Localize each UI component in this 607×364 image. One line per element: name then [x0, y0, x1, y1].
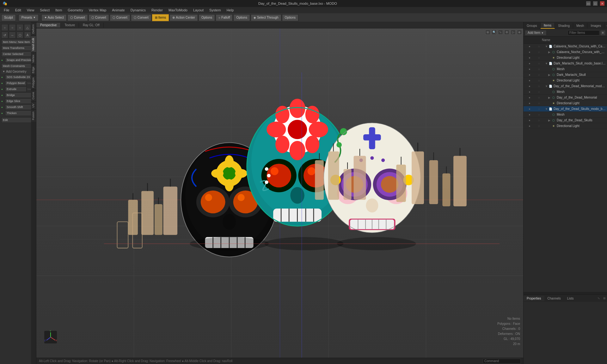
eye-icon-5[interactable]: ● — [525, 68, 534, 71]
vp-tab-texture[interactable]: Texture — [61, 23, 79, 27]
tab-polygon[interactable]: Polygon — [31, 75, 36, 90]
bridge-button[interactable]: Bridge — [5, 92, 35, 98]
lock-icon-13[interactable]: ○ — [534, 113, 544, 116]
menu-edit[interactable]: Edit — [13, 8, 24, 13]
lock-icon-7[interactable]: ○ — [534, 79, 544, 82]
sculpt-button[interactable]: Sculpt — [1, 14, 16, 21]
action-center-button[interactable]: ⊕ Action Center — [169, 14, 198, 21]
menu-select[interactable]: Select — [37, 8, 52, 13]
item-menu-button[interactable]: Item Menu: New Item — [1, 39, 35, 45]
center-selected-button[interactable]: Center Selected — [1, 51, 32, 57]
tree-item-13[interactable]: ● ○ ⬡ Mesh — [524, 112, 607, 118]
lock-icon-2[interactable]: ○ — [534, 51, 544, 54]
lock-icon-14[interactable]: ○ — [534, 119, 544, 122]
rpb-tab-properties[interactable]: Properties — [524, 296, 544, 301]
menu-system[interactable]: System — [207, 8, 224, 13]
lock-icon-4[interactable]: ○ — [534, 62, 544, 65]
expand-icon-6[interactable]: ▶ — [548, 73, 551, 76]
expand-icon-4[interactable]: ▼ — [545, 62, 548, 65]
lock-icon-3[interactable]: ○ — [534, 56, 544, 59]
maximize-button[interactable]: □ — [593, 1, 598, 6]
vp-icon-render[interactable]: ▷ — [511, 30, 516, 35]
tool-icon-circle3[interactable]: ○ — [16, 24, 23, 31]
eye-icon-12[interactable]: ● — [525, 107, 534, 111]
tree-item-3[interactable]: ● ○ ☀ Directional Light — [524, 55, 607, 61]
tool-icon-move[interactable]: ↔ — [9, 32, 16, 39]
menu-file[interactable]: File — [1, 8, 12, 13]
convert-button-4[interactable]: ⬡ Convert — [131, 14, 151, 21]
tree-item-4[interactable]: ● ○ ▼ 📄 Dark_Mariachi_Skull_modo_base.lx… — [524, 61, 607, 66]
menu-animate[interactable]: Animate — [109, 8, 127, 13]
rp-bottom-icon-detach[interactable]: ⊞ — [602, 296, 607, 301]
vp-icon-share[interactable]: ⊕ — [517, 30, 522, 35]
filter-options-button[interactable]: ≡ — [600, 30, 606, 36]
rp-tab-shading[interactable]: Shading — [555, 23, 573, 28]
tab-mesh-edit[interactable]: Mesh Edit — [31, 36, 36, 52]
tab-curve[interactable]: Curve — [31, 90, 36, 101]
expand-icon-1[interactable]: ▼ — [545, 45, 548, 48]
rp-tab-mesh[interactable]: Mesh — [573, 23, 587, 28]
menu-layout[interactable]: Layout — [191, 8, 206, 13]
tab-uv[interactable]: UV — [31, 101, 36, 110]
rpb-tab-channels[interactable]: Channels — [544, 296, 564, 301]
auto-select-button[interactable]: ✦ Auto Select — [41, 14, 67, 21]
rp-icon-1[interactable]: ◁ — [604, 23, 607, 28]
tab-vertex[interactable]: Vertex — [31, 52, 36, 65]
expand-icon-2[interactable]: ▶ — [548, 51, 551, 54]
vp-tab-perspective[interactable]: Perspective — [36, 23, 61, 27]
tree-item-6[interactable]: ● ○ ▶ ⬡ Dark_Mariachi_Skull — [524, 72, 607, 78]
select-through-button[interactable]: ◈ Select Through — [251, 14, 281, 21]
convert-button-1[interactable]: ⬡ Convert — [67, 14, 88, 21]
tree-item-7[interactable]: ● ○ ☀ Directional Light — [524, 78, 607, 83]
tool-icon-circle1[interactable]: ○ — [1, 24, 8, 31]
eye-icon-8[interactable]: ● — [525, 85, 534, 88]
menu-dynamics[interactable]: Dynamics — [128, 8, 148, 13]
eye-icon-3[interactable]: ● — [525, 56, 534, 59]
thicken-button[interactable]: Thicken — [5, 110, 35, 116]
sds-subdivide-button[interactable]: SDS Subdivide 2X — [5, 74, 35, 80]
lock-icon-8[interactable]: ○ — [534, 85, 544, 88]
vp-icon-fit[interactable]: ⊞ — [485, 30, 490, 35]
add-item-button[interactable]: Add Item ▼ — [525, 30, 547, 36]
tree-item-10[interactable]: ● ○ ▶ ⬡ Day_of_the_Dead_Memorial — [524, 95, 607, 100]
tool-icon-circle2[interactable]: ○ — [9, 24, 16, 31]
menu-vertexmap[interactable]: Vertex Map — [86, 8, 109, 13]
expand-icon-8[interactable]: ▼ — [545, 85, 548, 88]
eye-icon-15[interactable]: ● — [525, 124, 534, 128]
more-transforms-button[interactable]: More Transforms — [1, 45, 32, 51]
eye-icon-11[interactable]: ● — [525, 102, 534, 105]
tree-item-14[interactable]: ● ○ ▶ ⬡ Day_of_the_Dead_Skulls — [524, 118, 607, 123]
tool-icon-rotate[interactable]: ↺ — [1, 32, 8, 39]
tool-icon-hex[interactable]: ⬡ — [16, 32, 23, 39]
convert-button-3[interactable]: ⬡ Convert — [110, 14, 130, 21]
vp-icon-maximize[interactable]: ⤡ — [498, 30, 503, 35]
rp-bottom-icon-expand[interactable]: ⤡ — [596, 296, 601, 301]
smooth-shift-button[interactable]: Smooth Shift — [5, 104, 35, 110]
edge-slice-button[interactable]: Edge Slice — [5, 98, 35, 104]
rpb-tab-lists[interactable]: Lists — [564, 296, 577, 301]
menu-item[interactable]: Item — [53, 8, 64, 13]
lock-icon-1[interactable]: ○ — [534, 45, 544, 48]
edit-button[interactable]: Edit — [1, 117, 32, 123]
options-button-2[interactable]: Options — [233, 14, 250, 21]
tab-deform[interactable]: Deform — [31, 22, 36, 36]
vp-icon-zoom[interactable]: 🔍 — [492, 30, 497, 35]
options-button-3[interactable]: Options — [282, 14, 298, 21]
eye-icon-2[interactable]: ● — [525, 51, 534, 54]
tab-edge[interactable]: Edge — [31, 64, 36, 75]
tree-item-9[interactable]: ● ○ ⬡ Mesh — [524, 89, 607, 95]
tool-icon-text[interactable]: A — [24, 32, 31, 39]
mesh-constraints-button[interactable]: Mesh Constraints — [1, 63, 35, 69]
tree-item-2[interactable]: ● ○ ▶ ⬡ Calavera_Noche_Oscura_with_Candl… — [524, 49, 607, 55]
tree-item-12[interactable]: ● ○ ▼ 📄 Day_of_the_Dead_Skulls_modo_ba .… — [524, 106, 607, 112]
lock-icon-9[interactable]: ○ — [534, 90, 544, 94]
command-input[interactable] — [483, 359, 521, 364]
polygon-bevel-button[interactable]: Polygon Bevel — [5, 80, 27, 86]
tree-item-5[interactable]: ● ○ ⬡ Mesh — [524, 66, 607, 72]
menu-view[interactable]: View — [24, 8, 37, 13]
lock-icon-6[interactable]: ○ — [534, 73, 544, 76]
add-geometry-header[interactable]: ▼ Add Geometry — [1, 69, 35, 74]
eye-icon-6[interactable]: ● — [525, 73, 534, 76]
tree-item-15[interactable]: ● ○ ☀ Directional Light — [524, 123, 607, 129]
lock-icon-5[interactable]: ○ — [534, 68, 544, 71]
